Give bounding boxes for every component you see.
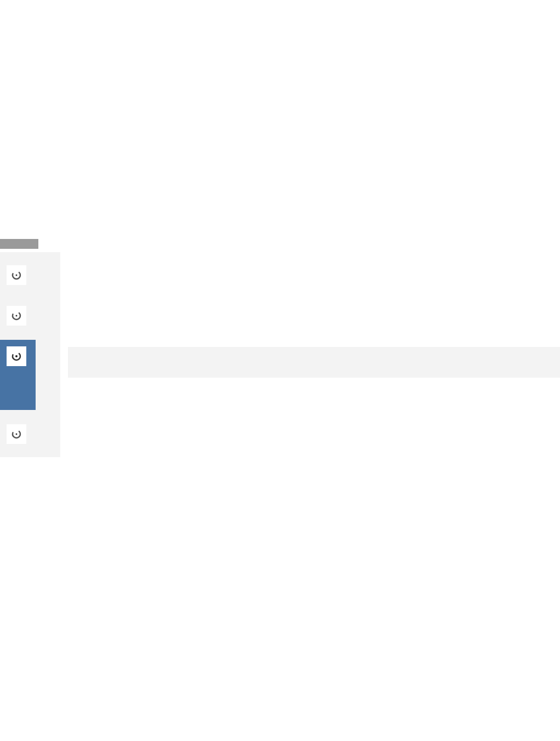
loading-spinner-icon bbox=[11, 310, 22, 321]
sidebar-item-4[interactable] bbox=[0, 418, 60, 451]
top-spacer bbox=[0, 0, 560, 239]
svg-point-1 bbox=[16, 275, 18, 276]
sidebar-item-2[interactable] bbox=[0, 299, 60, 332]
nav-bar-placeholder bbox=[0, 239, 38, 249]
svg-point-5 bbox=[15, 355, 18, 357]
sidebar bbox=[0, 252, 60, 457]
content-placeholder bbox=[68, 347, 560, 378]
sidebar-item-1[interactable] bbox=[0, 259, 60, 292]
icon-container bbox=[7, 424, 26, 444]
svg-point-7 bbox=[16, 434, 18, 435]
loading-spinner-icon bbox=[11, 270, 22, 281]
icon-container bbox=[7, 306, 26, 326]
sidebar-item-3-active[interactable] bbox=[0, 340, 36, 410]
loading-spinner-icon bbox=[11, 351, 22, 362]
svg-point-3 bbox=[16, 315, 18, 317]
loading-spinner-icon bbox=[11, 429, 22, 440]
icon-container bbox=[7, 346, 26, 366]
icon-container bbox=[7, 265, 26, 285]
